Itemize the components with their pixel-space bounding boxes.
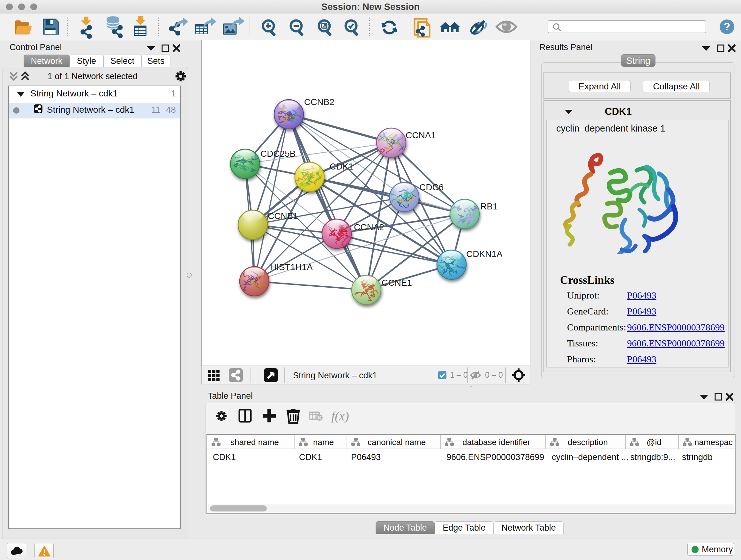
- svg-text:f(x): f(x): [331, 409, 349, 423]
- svg-text:name: name: [313, 437, 334, 447]
- svg-text:description: description: [568, 437, 608, 447]
- svg-text:CCNB2: CCNB2: [304, 97, 334, 107]
- svg-text:canonical name: canonical name: [367, 437, 426, 447]
- svg-text:0 – 0: 0 – 0: [485, 370, 503, 379]
- svg-text:CDKN1A: CDKN1A: [466, 249, 502, 259]
- svg-text:CDK1: CDK1: [299, 452, 322, 462]
- svg-text:namespac: namespac: [694, 437, 733, 447]
- svg-text:CDC6: CDC6: [419, 182, 444, 192]
- svg-text:1 – 0: 1 – 0: [450, 370, 468, 379]
- svg-text:String Network – cdk1: String Network – cdk1: [293, 371, 377, 380]
- svg-text:9606.ENSP00000378699: 9606.ENSP00000378699: [447, 452, 544, 462]
- svg-text:CDK1: CDK1: [213, 452, 236, 462]
- svg-text:stringdb:9...: stringdb:9...: [630, 452, 675, 462]
- svg-text:stringdb: stringdb: [682, 452, 713, 462]
- svg-text:CDK1: CDK1: [330, 162, 354, 172]
- svg-text:CCNA1: CCNA1: [406, 130, 436, 140]
- svg-text:cyclin–dependent ...: cyclin–dependent ...: [552, 452, 628, 462]
- svg-text:CCNE1: CCNE1: [382, 278, 412, 288]
- svg-text:database identifier: database identifier: [462, 437, 530, 447]
- svg-text:?: ?: [724, 20, 731, 33]
- svg-text:CCNA2: CCNA2: [354, 222, 384, 232]
- svg-text:HIST1H1A: HIST1H1A: [270, 262, 313, 272]
- svg-text:P06493: P06493: [351, 452, 381, 462]
- svg-text:CCNB1: CCNB1: [268, 211, 298, 221]
- svg-text:RB1: RB1: [480, 201, 497, 211]
- svg-text:shared name: shared name: [230, 437, 279, 447]
- svg-text:CDC25B: CDC25B: [260, 149, 295, 159]
- svg-text:@id: @id: [647, 437, 662, 447]
